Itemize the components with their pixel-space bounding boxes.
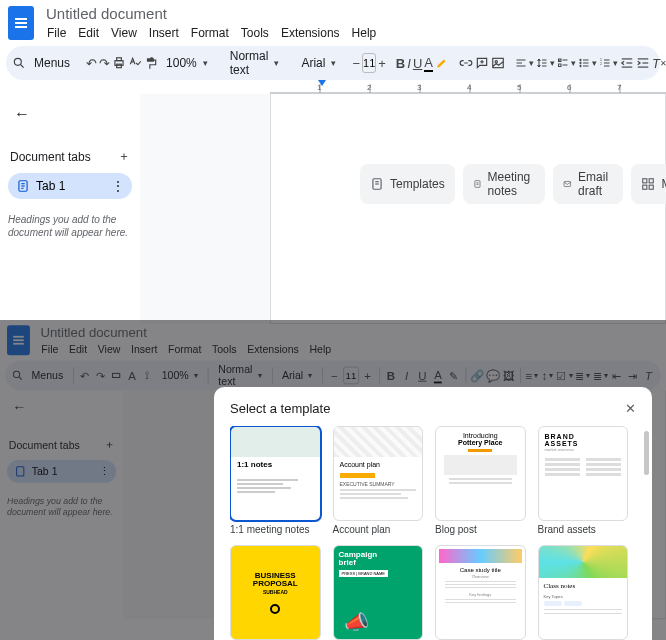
thumb-text: PRESS | BRAND NAME — [339, 570, 389, 577]
svg-text:2: 2 — [600, 62, 602, 66]
template-thumb: BRAND ASSETS market overview — [538, 426, 629, 521]
chip-email-draft[interactable]: Email draft — [553, 164, 623, 204]
template-thumb: BUSINESS PROPOSAL SUBHEAD — [230, 545, 321, 640]
menu-bar: File Edit View Insert Format Tools Exten… — [42, 23, 658, 42]
template-thumb: Class notes Key Topics — [538, 545, 629, 640]
search-icon[interactable] — [12, 51, 26, 75]
clear-format-icon[interactable]: T✕ — [652, 51, 666, 75]
paint-format-icon[interactable] — [144, 51, 158, 75]
link-icon[interactable] — [459, 51, 473, 75]
undo-icon[interactable]: ↶ — [86, 51, 97, 75]
number-list-icon[interactable]: 12 — [599, 51, 618, 75]
thumb-text: Key findings — [439, 592, 522, 597]
template-label: Account plan — [333, 524, 424, 535]
docs-logo — [8, 6, 34, 40]
back-button[interactable]: ← — [8, 100, 36, 128]
thumb-text: Pottery Place — [441, 439, 520, 446]
highlight-icon[interactable] — [435, 51, 449, 75]
font-dec[interactable]: − — [352, 51, 360, 75]
svg-text:5: 5 — [517, 83, 522, 92]
template-card[interactable]: Case study title Overview Key findings C… — [435, 545, 526, 640]
menu-view[interactable]: View — [106, 24, 142, 42]
template-thumb: Introducing Pottery Place — [435, 426, 526, 521]
svg-point-20 — [580, 62, 582, 64]
chip-meeting-notes[interactable]: Meeting notes — [463, 164, 546, 204]
line-spacing-icon[interactable] — [536, 51, 555, 75]
zoom-select[interactable]: 100% — [160, 51, 214, 75]
text-color-icon[interactable]: A — [424, 51, 433, 75]
svg-text:4: 4 — [467, 83, 472, 92]
menu-insert[interactable]: Insert — [144, 24, 184, 42]
thumb-text: Introducing — [441, 432, 520, 439]
menu-format[interactable]: Format — [186, 24, 234, 42]
svg-text:3: 3 — [417, 83, 422, 92]
svg-text:6: 6 — [567, 83, 572, 92]
thumb-text: BRAND — [545, 433, 622, 440]
template-card[interactable]: Class notes Key Topics Class notes — [538, 545, 629, 640]
scrollbar[interactable] — [644, 431, 649, 475]
menu-tools[interactable]: Tools — [236, 24, 274, 42]
doc-title[interactable]: Untitled document — [42, 4, 658, 23]
chip-more[interactable]: More — [631, 164, 666, 204]
tabs-heading: Document tabs — [10, 150, 91, 164]
menu-file[interactable]: File — [42, 24, 71, 42]
bold-icon[interactable]: B — [396, 51, 405, 75]
add-tab-icon[interactable]: ＋ — [118, 148, 130, 165]
chip-templates[interactable]: Templates — [360, 164, 455, 204]
close-icon[interactable]: ✕ — [625, 401, 636, 416]
template-thumb: Campaign brief PRESS | BRAND NAME 📣 — [333, 545, 424, 640]
template-modal: Select a template ✕ 1:1 meeting notes Ac… — [214, 387, 652, 640]
redo-icon[interactable]: ↷ — [99, 51, 110, 75]
svg-text:7: 7 — [617, 83, 622, 92]
toolbar: Menus ↶ ↷ 100% Normal text Arial − 11 + … — [6, 46, 660, 80]
template-thumb: Account plan EXECUTIVE SUMMARY — [333, 426, 424, 521]
font-size[interactable]: 11 — [362, 53, 376, 73]
tab-1[interactable]: Tab 1 ⋮ — [8, 173, 132, 199]
underline-icon[interactable]: U — [413, 51, 422, 75]
outline-hint: Headings you add to the document will ap… — [8, 213, 132, 239]
indent-inc-icon[interactable] — [636, 51, 650, 75]
align-icon[interactable] — [515, 51, 534, 75]
menu-extensions[interactable]: Extensions — [276, 24, 345, 42]
thumb-text: brief — [339, 559, 418, 567]
template-card[interactable]: BUSINESS PROPOSAL SUBHEAD Business propo… — [230, 545, 321, 640]
template-card[interactable]: Account plan EXECUTIVE SUMMARY Account p… — [333, 426, 424, 535]
thumb-text: Key Topics — [544, 594, 623, 599]
template-label: 1:1 meeting notes — [230, 524, 321, 535]
thumb-text: PROPOSAL — [253, 580, 298, 588]
spellcheck-icon[interactable] — [128, 51, 142, 75]
paragraph-style[interactable]: Normal text — [224, 51, 286, 75]
svg-rect-66 — [650, 185, 654, 189]
svg-rect-3 — [117, 58, 122, 61]
checklist-icon[interactable] — [557, 51, 576, 75]
indent-dec-icon[interactable] — [620, 51, 634, 75]
document-page[interactable] — [270, 94, 666, 324]
template-thumb: Case study title Overview Key findings — [435, 545, 526, 640]
thumb-text: Class notes — [544, 582, 623, 590]
bullet-list-icon[interactable] — [578, 51, 597, 75]
svg-point-19 — [580, 59, 582, 61]
svg-rect-63 — [643, 179, 647, 183]
svg-point-8 — [495, 61, 497, 63]
chip-label: Templates — [390, 177, 445, 191]
menu-help[interactable]: Help — [347, 24, 382, 42]
tab-menu-icon[interactable]: ⋮ — [112, 179, 124, 193]
svg-rect-64 — [650, 179, 654, 183]
template-thumb — [230, 426, 321, 521]
menus-search[interactable]: Menus — [28, 51, 76, 75]
template-card[interactable]: BRAND ASSETS market overview Brand asset… — [538, 426, 629, 535]
image-icon[interactable] — [491, 51, 505, 75]
svg-text:2: 2 — [367, 83, 372, 92]
font-select[interactable]: Arial — [295, 51, 342, 75]
ruler[interactable]: 1 2 3 4 5 6 7 — [270, 80, 666, 94]
print-icon[interactable] — [112, 51, 126, 75]
comment-icon[interactable] — [475, 51, 489, 75]
font-inc[interactable]: + — [378, 51, 386, 75]
thumb-text: ASSETS — [545, 440, 622, 447]
template-card[interactable]: Introducing Pottery Place Blog post — [435, 426, 526, 535]
template-card[interactable]: 1:1 meeting notes — [230, 426, 321, 535]
template-card[interactable]: Campaign brief PRESS | BRAND NAME 📣 Camp… — [333, 545, 424, 640]
menu-edit[interactable]: Edit — [73, 24, 104, 42]
template-label: Blog post — [435, 524, 526, 535]
italic-icon[interactable]: I — [407, 51, 411, 75]
